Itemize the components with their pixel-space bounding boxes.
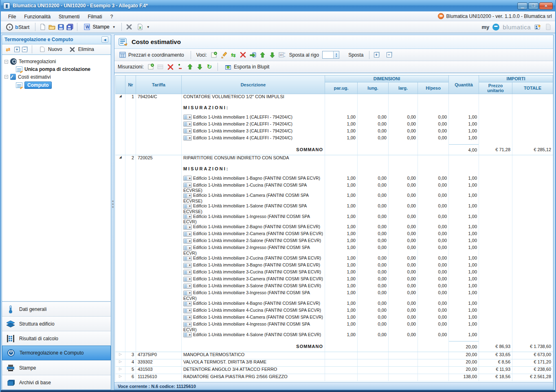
nav-item-struttura-edificio[interactable]: Struttura edificio [2, 316, 111, 331]
misura-dropdown[interactable]: ▼ [183, 332, 192, 337]
tree-node[interactable]: −Termoregolazioni [4, 57, 109, 66]
row-expander-icon[interactable]: ▷ [116, 352, 125, 359]
misura-dropdown[interactable]: ▼ [183, 263, 192, 268]
misura-dropdown[interactable]: ▼ [183, 231, 192, 237]
misura-dropdown[interactable]: ▼ [183, 115, 192, 120]
sposta-button[interactable]: Sposta [347, 52, 364, 58]
close-button[interactable]: ✕ [539, 2, 553, 9]
user-card-icon[interactable] [534, 24, 541, 31]
column-header[interactable]: Descrizione [182, 75, 325, 94]
new-file-icon[interactable] [39, 24, 46, 31]
row-expander-icon[interactable]: ▷ [116, 359, 125, 367]
rigo-input[interactable] [323, 51, 333, 58]
misura-dropdown[interactable]: ▼ [183, 322, 192, 327]
esporta-blupit-button[interactable]: Esporta in Blupit [222, 63, 271, 71]
misura-dropdown[interactable]: ▼ [183, 121, 192, 127]
bstart-button[interactable]: › bStart [4, 23, 31, 31]
tree-child[interactable]: Computo [16, 81, 109, 90]
delete-misura-icon[interactable] [167, 64, 174, 70]
stampe-button[interactable]: W Stampe▼ [81, 23, 117, 31]
add-voce-icon[interactable] [210, 51, 218, 58]
open-file-icon[interactable] [48, 24, 55, 31]
move-down-icon[interactable] [269, 51, 276, 58]
tree-expander-icon[interactable]: − [4, 75, 8, 79]
misura-dropdown[interactable]: ▼ [183, 238, 192, 244]
column-header[interactable]: DIMENSIONI [325, 75, 449, 82]
add-misura-icon[interactable] [147, 64, 154, 70]
misura-dropdown[interactable]: ▼ [183, 277, 192, 282]
menu-item-strumenti[interactable]: Strumenti [55, 13, 84, 21]
expand-rows-icon[interactable]: + [374, 52, 379, 57]
sync-icon[interactable]: ⇄ [4, 46, 12, 53]
nav-item-risultati-di-calcolo[interactable]: Risultati di calcolo [2, 331, 111, 346]
misura-dropdown[interactable]: ▼ [183, 183, 192, 188]
row-expander-icon[interactable]: ◢ [116, 94, 125, 101]
collapse-all-icon[interactable]: − [22, 47, 27, 52]
row-expander-icon[interactable]: ▷ [116, 374, 125, 381]
column-header[interactable]: Quantità [449, 75, 479, 94]
column-header[interactable] [116, 75, 125, 94]
excel-export-button[interactable]: X ▼ [134, 23, 152, 31]
misura-dropdown[interactable]: ▼ [183, 270, 192, 275]
column-header[interactable]: H/peso [418, 82, 449, 94]
minimize-button[interactable]: ▁ [517, 2, 527, 9]
misura-dropdown[interactable]: ▼ [183, 204, 192, 209]
move-up-icon[interactable] [259, 51, 266, 58]
nav-item-stampe[interactable]: Stampe [2, 360, 111, 375]
misura-down-icon[interactable] [196, 64, 203, 70]
maximize-button[interactable]: ❐ [528, 2, 538, 9]
nuovo-button[interactable]: Nuovo [37, 45, 64, 54]
misura-up-icon[interactable] [186, 64, 193, 70]
misura-dropdown[interactable]: ▼ [183, 193, 192, 198]
tree-child[interactable]: Unica pompa di circolazione [16, 66, 109, 73]
sidebar-collapse-button[interactable]: ◄ [101, 36, 108, 43]
column-header[interactable]: larg. [389, 82, 418, 94]
row-expander-icon[interactable]: ▷ [116, 367, 125, 374]
column-header[interactable]: IMPORTI [479, 75, 553, 82]
rigo-spinbox[interactable]: ▲▼ [322, 51, 339, 59]
save-icon[interactable] [57, 24, 64, 31]
nav-item-dati-generali[interactable]: Dati generali [2, 302, 111, 316]
menu-item-?[interactable]: ? [106, 13, 117, 21]
splitter-handle[interactable] [111, 35, 114, 390]
tree-expander-icon[interactable]: − [4, 60, 8, 64]
column-header[interactable]: TOTALE [512, 82, 553, 94]
refresh-icon[interactable]: ↻ [206, 64, 213, 70]
plus-minus-icon[interactable] [176, 64, 184, 70]
delete-voce-icon[interactable] [240, 51, 247, 58]
misura-dropdown[interactable]: ▼ [183, 176, 192, 181]
nav-item-archivi-di-base[interactable]: Archivi di base [2, 375, 111, 390]
misura-dropdown[interactable]: ▼ [183, 291, 192, 296]
misura-dropdown[interactable]: ▼ [183, 315, 192, 320]
misura-dropdown[interactable]: ▼ [183, 256, 192, 261]
nav-item-termoregolazione-e-computo[interactable]: Termoregolazione e Computo [2, 346, 111, 360]
misura-dropdown[interactable]: ▼ [183, 128, 192, 134]
column-header[interactable]: lung. [358, 82, 389, 94]
prezzari-button[interactable]: Prezzari e coordinamento [117, 51, 186, 59]
tools-icon[interactable] [125, 24, 133, 31]
tree-node[interactable]: −Costi estimativi [4, 73, 109, 81]
elimina-button[interactable]: Elimina [67, 45, 96, 54]
misura-dropdown[interactable]: ▼ [183, 245, 192, 251]
save-all-icon[interactable] [66, 24, 73, 31]
row-expander-icon[interactable]: ◢ [116, 155, 125, 163]
misura-dropdown[interactable]: ▼ [183, 225, 192, 230]
edit-voce-icon[interactable] [220, 51, 227, 58]
column-header[interactable]: Tariffa [136, 75, 182, 94]
collapse-rows-icon[interactable]: − [387, 52, 392, 57]
misura-dropdown[interactable]: ▼ [183, 284, 192, 289]
misura-dropdown[interactable]: ▼ [183, 308, 192, 313]
spinner-arrows-icon[interactable]: ▲▼ [333, 51, 339, 58]
misura-dropdown[interactable]: ▼ [183, 301, 192, 306]
column-header[interactable]: Prezzo unitario [479, 82, 512, 94]
swap-voce-icon[interactable]: ⇆ [230, 51, 237, 58]
menu-item-filmati[interactable]: Filmati [84, 13, 106, 21]
expand-all-icon[interactable]: + [14, 47, 20, 52]
misura-dropdown[interactable]: ▼ [183, 135, 192, 141]
menu-item-file[interactable]: File [4, 13, 20, 21]
move-voce-icon[interactable] [249, 51, 257, 58]
column-header[interactable]: par.ug. [325, 82, 358, 94]
column-header[interactable]: Nr [125, 75, 136, 94]
menu-item-funzionalit[interactable]: Funzionalità [20, 13, 55, 21]
misura-dropdown[interactable]: ▼ [183, 214, 192, 219]
